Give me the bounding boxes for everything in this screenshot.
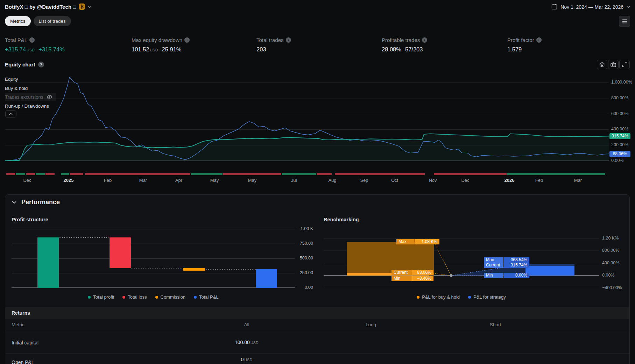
runup-drawdown-segment (282, 173, 316, 175)
equity-chart-title: Equity chart (5, 62, 35, 67)
profit-axis-tick: 1.00 K (291, 226, 313, 231)
legend-item[interactable]: P&L for buy & hold (417, 294, 460, 300)
strategy-title: BotifyX □ by @DaviddTech □ (5, 4, 76, 10)
buyhold-min-badge: Min−3.46% (391, 276, 433, 281)
metric-value: 101.52USD25.91% (132, 46, 190, 53)
equity-chart-header: Equity chart ? (5, 62, 44, 67)
y-axis-tick: 0.00% (611, 158, 623, 163)
column-header-short: Short (460, 322, 530, 327)
layout-menu-button[interactable] (619, 16, 630, 27)
tab-metrics[interactable]: Metrics (5, 16, 31, 26)
row-value-all: 100.00USD (212, 340, 282, 345)
info-icon[interactable]: i (29, 37, 35, 43)
settings-icon (599, 62, 605, 67)
date-range-text: Nov 1, 2024 — Mar 22, 2026 (560, 4, 623, 10)
x-axis-month-label: Oct (385, 178, 404, 183)
column-header-long: Long (336, 322, 406, 327)
runup-drawdown-segment (70, 173, 83, 175)
profit-axis-tick: 250.00 (291, 270, 313, 275)
camera-icon (611, 62, 616, 67)
divider (5, 331, 629, 331)
runup-drawdown-segment (191, 173, 223, 175)
info-icon[interactable]: i (422, 37, 427, 43)
buyhold-max-badge: Max1.08 K% (396, 239, 439, 244)
performance-title: Performance (21, 199, 60, 206)
info-icon[interactable]: i (184, 37, 190, 43)
tab-list-of-trades[interactable]: List of trades (34, 16, 71, 26)
info-icon[interactable]: i (286, 37, 291, 43)
legend-item[interactable]: Total profit (88, 294, 114, 300)
legend-item[interactable]: Total loss (122, 294, 147, 300)
legend-item-buy-hold[interactable]: Buy & hold (5, 84, 28, 92)
metric-total-trades: Total tradesi203 (256, 37, 291, 53)
y-axis-tick: 800.00% (611, 95, 628, 100)
info-icon[interactable]: i (536, 37, 542, 43)
column-header-all: All (212, 322, 282, 327)
metric-value: 28.08%57/203 (382, 46, 427, 53)
runup-drawdown-segment (45, 173, 55, 175)
runup-drawdown-segment (16, 173, 25, 175)
profit-axis-tick: 500.00 (291, 256, 313, 260)
metric-label: Total tradesi (256, 37, 291, 43)
help-icon[interactable]: ? (38, 62, 44, 67)
x-axis-month-label: 2025 (59, 178, 78, 183)
runup-drawdown-segment (61, 173, 69, 175)
chevron-down-icon (12, 201, 16, 204)
column-header-metric: Metric (12, 322, 24, 327)
legend-item-run-up-drawdowns[interactable]: Run-up / Drawdowns (5, 102, 49, 110)
benchmark-axis-tick: 400.00% (602, 260, 619, 265)
divider (5, 354, 629, 354)
benchmark-axis-tick: 0.00% (602, 273, 614, 278)
legend-item-equity[interactable]: Equity (5, 75, 18, 83)
bar-total-profit (37, 237, 59, 288)
chevron-down-icon (627, 6, 630, 8)
profit-axis-tick: 0.00 (291, 285, 313, 290)
x-axis-month-label: Dec (456, 178, 475, 183)
row-value-all: 0USD (212, 357, 282, 362)
x-axis-month-label: Feb (529, 178, 549, 183)
bar-total-loss (110, 237, 131, 268)
eye-off-icon[interactable] (47, 94, 52, 99)
buyhold-current-badge: Current88.06% (391, 270, 433, 275)
runup-drawdown-segment (335, 173, 425, 175)
bar-total-p-l (256, 269, 277, 288)
legend-item[interactable]: Commission (155, 294, 186, 300)
price-badge: 88.06% (609, 151, 630, 157)
x-axis-month-label: Mar (568, 178, 588, 183)
row-metric-label: Open P&L (12, 359, 34, 364)
x-axis-month-label: Jul (284, 178, 304, 183)
legend-label: Equity (5, 77, 18, 82)
strategy-max-area (525, 264, 574, 266)
strategy-current-badge: Current315.74% (484, 263, 529, 268)
legend-item-trades-excursions[interactable]: Trades excursions (5, 93, 56, 101)
benchmark-axis-tick: 1.20 K% (602, 236, 619, 241)
legend-item[interactable]: P&L for strategy (468, 294, 506, 300)
equity-chart-canvas (5, 70, 609, 170)
runup-drawdown-segment (6, 173, 15, 175)
x-axis-month-label: Nov (423, 178, 443, 183)
y-axis-tick: 600.00% (611, 111, 628, 116)
benchmarking-canvas (324, 231, 599, 292)
bar-commission (183, 268, 205, 271)
metric-label: Profit factori (507, 37, 542, 43)
runup-drawdown-segment (507, 173, 605, 175)
date-range-picker[interactable]: Nov 1, 2024 — Mar 22, 2026 (551, 4, 630, 10)
chevron-down-icon[interactable] (88, 6, 92, 8)
legend-item[interactable]: Total P&L (194, 294, 219, 300)
y-axis-tick: 1,000.00% (611, 80, 632, 85)
returns-band: Returns (5, 307, 629, 319)
x-axis-month-label: Apr (169, 178, 189, 183)
profit-axis-tick: 750.00 (291, 241, 313, 246)
fullscreen-button[interactable] (619, 60, 630, 69)
snapshot-button[interactable] (608, 60, 619, 69)
runup-drawdown-segment (85, 173, 190, 175)
x-axis-month-label: Dec (17, 178, 37, 183)
row-metric-label: Initial capital (12, 340, 38, 345)
legend-label: Run-up / Drawdowns (5, 104, 49, 109)
calendar-icon (551, 4, 557, 10)
chart-settings-button[interactable] (597, 60, 607, 69)
strategy-header: BotifyX □ by @DaviddTech □ ₿ (5, 3, 92, 10)
view-tabs: Metrics List of trades (5, 16, 71, 26)
performance-section-header[interactable]: Performance (12, 199, 60, 206)
metric-value: 1.579 (507, 46, 542, 53)
